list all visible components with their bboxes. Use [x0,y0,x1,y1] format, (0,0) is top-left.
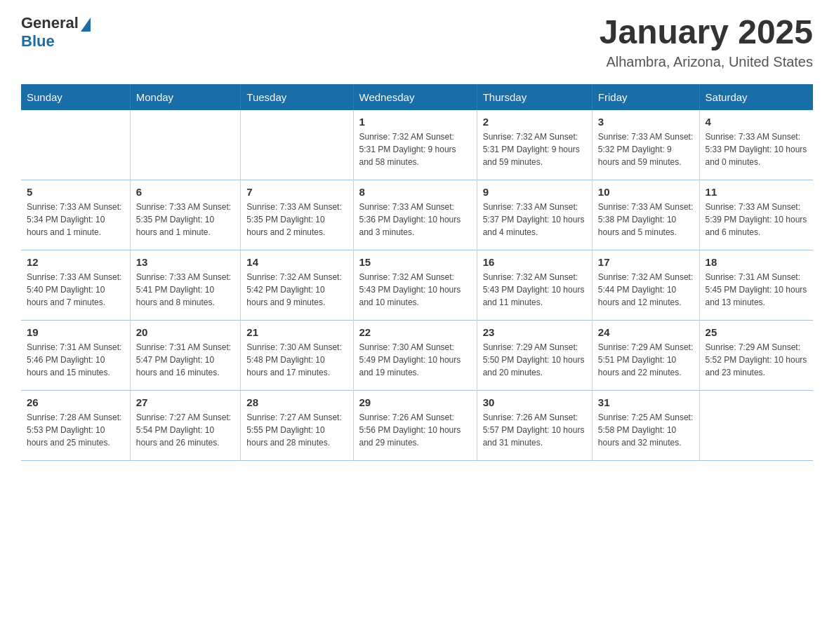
day-info: Sunrise: 7:33 AM Sunset: 5:37 PM Dayligh… [483,201,586,239]
day-number: 7 [246,186,347,198]
day-number: 22 [359,326,471,338]
calendar-cell: 11Sunrise: 7:33 AM Sunset: 5:39 PM Dayli… [699,180,813,250]
day-info: Sunrise: 7:32 AM Sunset: 5:43 PM Dayligh… [483,271,586,309]
day-info: Sunrise: 7:29 AM Sunset: 5:52 PM Dayligh… [706,341,807,379]
calendar-week-row: 26Sunrise: 7:28 AM Sunset: 5:53 PM Dayli… [21,391,813,461]
day-number: 20 [136,326,235,338]
calendar-cell: 20Sunrise: 7:31 AM Sunset: 5:47 PM Dayli… [130,321,241,391]
day-number: 28 [246,396,347,408]
day-number: 27 [136,396,235,408]
calendar-week-row: 5Sunrise: 7:33 AM Sunset: 5:34 PM Daylig… [21,180,813,250]
day-number: 11 [706,186,807,198]
weekday-header-friday: Friday [592,84,699,110]
calendar-cell: 15Sunrise: 7:32 AM Sunset: 5:43 PM Dayli… [353,250,477,321]
day-number: 13 [136,256,235,268]
day-number: 29 [359,396,471,408]
weekday-header-saturday: Saturday [699,84,813,110]
day-number: 3 [598,116,694,128]
calendar-cell: 12Sunrise: 7:33 AM Sunset: 5:40 PM Dayli… [21,250,130,321]
calendar-week-row: 19Sunrise: 7:31 AM Sunset: 5:46 PM Dayli… [21,321,813,391]
calendar-cell: 9Sunrise: 7:33 AM Sunset: 5:37 PM Daylig… [477,180,592,250]
day-number: 19 [27,326,124,338]
logo-text-blue: Blue [21,32,55,50]
calendar-cell: 17Sunrise: 7:32 AM Sunset: 5:44 PM Dayli… [592,250,699,321]
day-number: 15 [359,256,471,268]
page-header: General Blue January 2025 Alhambra, Ariz… [21,14,813,70]
calendar-cell: 14Sunrise: 7:32 AM Sunset: 5:42 PM Dayli… [241,250,353,321]
day-number: 4 [706,116,807,128]
calendar-cell: 27Sunrise: 7:27 AM Sunset: 5:54 PM Dayli… [130,391,241,461]
day-info: Sunrise: 7:33 AM Sunset: 5:35 PM Dayligh… [136,201,235,239]
calendar-cell: 1Sunrise: 7:32 AM Sunset: 5:31 PM Daylig… [353,110,477,180]
calendar-cell: 21Sunrise: 7:30 AM Sunset: 5:48 PM Dayli… [241,321,353,391]
day-number: 31 [598,396,694,408]
day-number: 23 [483,326,586,338]
day-number: 6 [136,186,235,198]
calendar-cell: 29Sunrise: 7:26 AM Sunset: 5:56 PM Dayli… [353,391,477,461]
calendar-cell: 16Sunrise: 7:32 AM Sunset: 5:43 PM Dayli… [477,250,592,321]
day-info: Sunrise: 7:32 AM Sunset: 5:43 PM Dayligh… [359,271,471,309]
calendar-cell: 6Sunrise: 7:33 AM Sunset: 5:35 PM Daylig… [130,180,241,250]
day-number: 21 [246,326,347,338]
day-info: Sunrise: 7:33 AM Sunset: 5:40 PM Dayligh… [27,271,124,309]
calendar-cell: 18Sunrise: 7:31 AM Sunset: 5:45 PM Dayli… [699,250,813,321]
calendar-cell: 2Sunrise: 7:32 AM Sunset: 5:31 PM Daylig… [477,110,592,180]
day-info: Sunrise: 7:27 AM Sunset: 5:55 PM Dayligh… [246,411,347,449]
calendar-cell: 24Sunrise: 7:29 AM Sunset: 5:51 PM Dayli… [592,321,699,391]
day-number: 12 [27,256,124,268]
weekday-header-sunday: Sunday [21,84,130,110]
calendar-cell: 22Sunrise: 7:30 AM Sunset: 5:49 PM Dayli… [353,321,477,391]
weekday-header-monday: Monday [130,84,241,110]
day-info: Sunrise: 7:28 AM Sunset: 5:53 PM Dayligh… [27,411,124,449]
calendar-cell: 5Sunrise: 7:33 AM Sunset: 5:34 PM Daylig… [21,180,130,250]
day-number: 8 [359,186,471,198]
day-number: 10 [598,186,694,198]
calendar-table: SundayMondayTuesdayWednesdayThursdayFrid… [21,84,813,462]
logo-text-general: General [21,14,79,32]
day-info: Sunrise: 7:30 AM Sunset: 5:48 PM Dayligh… [246,341,347,379]
day-info: Sunrise: 7:26 AM Sunset: 5:57 PM Dayligh… [483,411,586,449]
day-info: Sunrise: 7:32 AM Sunset: 5:44 PM Dayligh… [598,271,694,309]
weekday-header-thursday: Thursday [477,84,592,110]
day-info: Sunrise: 7:31 AM Sunset: 5:45 PM Dayligh… [706,271,807,309]
day-number: 1 [359,116,471,128]
logo: General Blue [21,14,91,51]
calendar-body: 1Sunrise: 7:32 AM Sunset: 5:31 PM Daylig… [21,110,813,461]
day-info: Sunrise: 7:33 AM Sunset: 5:35 PM Dayligh… [246,201,347,239]
day-info: Sunrise: 7:29 AM Sunset: 5:51 PM Dayligh… [598,341,694,379]
calendar-cell: 3Sunrise: 7:33 AM Sunset: 5:32 PM Daylig… [592,110,699,180]
day-number: 24 [598,326,694,338]
day-info: Sunrise: 7:32 AM Sunset: 5:31 PM Dayligh… [359,130,471,168]
day-info: Sunrise: 7:30 AM Sunset: 5:49 PM Dayligh… [359,341,471,379]
day-number: 16 [483,256,586,268]
page-subtitle: Alhambra, Arizona, United States [600,54,813,70]
day-number: 25 [706,326,807,338]
calendar-header: SundayMondayTuesdayWednesdayThursdayFrid… [21,84,813,110]
day-info: Sunrise: 7:29 AM Sunset: 5:50 PM Dayligh… [483,341,586,379]
day-info: Sunrise: 7:33 AM Sunset: 5:39 PM Dayligh… [706,201,807,239]
day-info: Sunrise: 7:33 AM Sunset: 5:36 PM Dayligh… [359,201,471,239]
calendar-cell: 7Sunrise: 7:33 AM Sunset: 5:35 PM Daylig… [241,180,353,250]
page-title: January 2025 [600,14,813,51]
calendar-cell: 8Sunrise: 7:33 AM Sunset: 5:36 PM Daylig… [353,180,477,250]
calendar-cell: 25Sunrise: 7:29 AM Sunset: 5:52 PM Dayli… [699,321,813,391]
day-number: 14 [246,256,347,268]
calendar-cell [699,391,813,461]
calendar-cell: 28Sunrise: 7:27 AM Sunset: 5:55 PM Dayli… [241,391,353,461]
day-info: Sunrise: 7:26 AM Sunset: 5:56 PM Dayligh… [359,411,471,449]
day-number: 5 [27,186,124,198]
calendar-cell [130,110,241,180]
calendar-cell [241,110,353,180]
day-info: Sunrise: 7:31 AM Sunset: 5:46 PM Dayligh… [27,341,124,379]
calendar-cell [21,110,130,180]
weekday-header-tuesday: Tuesday [241,84,353,110]
calendar-cell: 4Sunrise: 7:33 AM Sunset: 5:33 PM Daylig… [699,110,813,180]
day-info: Sunrise: 7:32 AM Sunset: 5:42 PM Dayligh… [246,271,347,309]
day-info: Sunrise: 7:33 AM Sunset: 5:34 PM Dayligh… [27,201,124,239]
calendar-cell: 26Sunrise: 7:28 AM Sunset: 5:53 PM Dayli… [21,391,130,461]
calendar-cell: 19Sunrise: 7:31 AM Sunset: 5:46 PM Dayli… [21,321,130,391]
calendar-week-row: 12Sunrise: 7:33 AM Sunset: 5:40 PM Dayli… [21,250,813,321]
day-info: Sunrise: 7:25 AM Sunset: 5:58 PM Dayligh… [598,411,694,449]
day-number: 18 [706,256,807,268]
day-info: Sunrise: 7:32 AM Sunset: 5:31 PM Dayligh… [483,130,586,168]
